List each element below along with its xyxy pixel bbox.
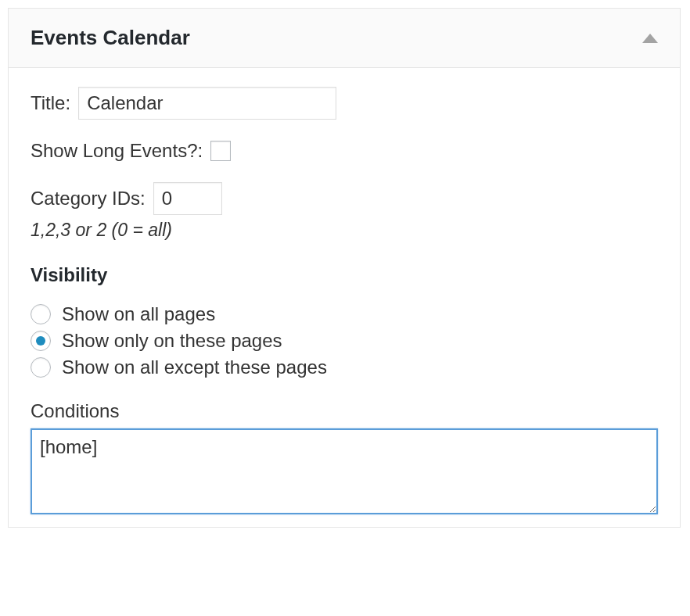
widget-title: Events Calendar bbox=[31, 26, 190, 50]
visibility-option-except: Show on all except these pages bbox=[31, 356, 658, 378]
title-input[interactable] bbox=[78, 87, 336, 120]
show-long-events-label: Show Long Events?: bbox=[31, 140, 203, 162]
title-field-row: Title: bbox=[31, 87, 658, 120]
widget-body: Title: Show Long Events?: Category IDs: … bbox=[9, 68, 680, 527]
visibility-heading: Visibility bbox=[31, 264, 658, 286]
show-long-events-checkbox[interactable] bbox=[210, 141, 231, 161]
conditions-label: Conditions bbox=[31, 400, 658, 422]
visibility-radio-all[interactable] bbox=[31, 304, 51, 324]
visibility-option-only: Show only on these pages bbox=[31, 330, 658, 352]
visibility-radio-group: Show on all pages Show only on these pag… bbox=[31, 303, 658, 378]
category-ids-block: Category IDs: 1,2,3 or 2 (0 = all) bbox=[31, 182, 658, 241]
show-long-events-row: Show Long Events?: bbox=[31, 140, 658, 162]
widget-panel: Events Calendar Title: Show Long Events?… bbox=[8, 8, 681, 528]
visibility-label-only[interactable]: Show only on these pages bbox=[62, 330, 282, 352]
visibility-label-except[interactable]: Show on all except these pages bbox=[62, 356, 327, 378]
title-label: Title: bbox=[31, 92, 70, 114]
widget-header[interactable]: Events Calendar bbox=[9, 9, 680, 68]
conditions-block: Conditions bbox=[31, 400, 658, 519]
collapse-up-icon bbox=[642, 34, 658, 43]
category-ids-input[interactable] bbox=[153, 182, 222, 215]
visibility-radio-except[interactable] bbox=[31, 357, 51, 378]
visibility-option-all: Show on all pages bbox=[31, 303, 658, 325]
category-ids-hint: 1,2,3 or 2 (0 = all) bbox=[31, 220, 658, 241]
category-ids-label: Category IDs: bbox=[31, 188, 146, 210]
visibility-label-all[interactable]: Show on all pages bbox=[62, 303, 215, 325]
conditions-textarea[interactable] bbox=[31, 428, 658, 514]
visibility-radio-only[interactable] bbox=[31, 331, 51, 351]
